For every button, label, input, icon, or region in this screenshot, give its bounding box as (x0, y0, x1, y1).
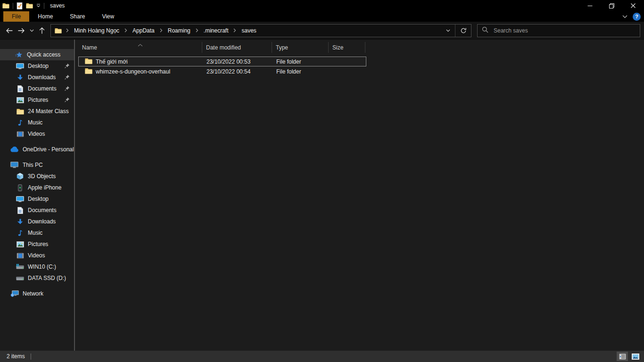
sidebar-item-pc-music[interactable]: Music (0, 227, 74, 239)
status-separator (31, 354, 31, 360)
sidebar-item-label: Pictures (28, 97, 48, 103)
sidebar-item-label: DATA SSD (D:) (28, 275, 66, 281)
table-row-the-gioi-moi[interactable]: Thế giới mới 23/10/2022 00:53 File folde… (78, 57, 366, 66)
music-note-icon (16, 119, 25, 126)
sidebar-item-label: Documents (28, 85, 57, 92)
sidebar-item-label: Music (28, 119, 42, 126)
breadcrumb-chevron-icon[interactable] (232, 25, 238, 37)
folder-icon (16, 108, 25, 115)
help-icon[interactable]: ? (633, 13, 641, 21)
column-header-date-modified[interactable]: Date modified (202, 42, 272, 53)
thumbnail-view-button[interactable] (630, 352, 641, 361)
close-button[interactable] (622, 0, 644, 11)
breadcrumb-chevron-icon[interactable] (65, 25, 70, 37)
app-folder-icon[interactable] (2, 3, 9, 8)
sidebar-item-pictures[interactable]: Pictures (0, 94, 74, 106)
new-folder-icon[interactable] (26, 3, 33, 8)
restore-icon (609, 3, 614, 8)
properties-icon[interactable] (17, 2, 23, 9)
breadcrumb-item-saves[interactable]: saves (238, 25, 260, 37)
sidebar-item-label: This PC (23, 162, 43, 168)
sidebar-item-pc-downloads[interactable]: Downloads (0, 216, 74, 227)
sidebar-item-onedrive[interactable]: OneDrive - Personal (0, 144, 74, 155)
sidebar-item-videos[interactable]: Videos (0, 128, 74, 140)
table-row-whimzee-s-dungeon-overhaul[interactable]: whimzee-s-dungeon-overhaul 23/10/2022 00… (78, 66, 366, 76)
address-bar[interactable]: Minh Hoàng Ngọc AppData Roaming .minecra… (50, 24, 471, 37)
customize-qat-chevron-icon[interactable] (36, 4, 41, 8)
sidebar-item-documents[interactable]: Documents (0, 83, 74, 94)
sidebar-item-network[interactable]: Network (0, 288, 74, 299)
up-button[interactable] (36, 25, 48, 37)
column-header-size[interactable]: Size (329, 42, 365, 53)
sidebar-item-win10-c[interactable]: WIN10 (C:) (0, 261, 74, 272)
sidebar-item-apple-iphone[interactable]: Apple iPhone (0, 182, 74, 193)
tab-home[interactable]: Home (29, 11, 61, 22)
folder-icon (85, 58, 92, 66)
sidebar-item-pc-videos[interactable]: Videos (0, 250, 74, 261)
cube-icon (16, 173, 25, 180)
breadcrumb-chevron-icon[interactable] (123, 25, 129, 37)
drive-icon (16, 276, 25, 281)
separator (13, 3, 13, 9)
refresh-icon (460, 27, 467, 34)
refresh-button[interactable] (455, 25, 471, 37)
navigation-pane: Quick access Desktop Downloads (0, 40, 74, 351)
sidebar-item-pc-documents[interactable]: Documents (0, 205, 74, 216)
breadcrumb-chevron-icon[interactable] (194, 25, 200, 37)
sidebar-item-pc-pictures[interactable]: Pictures (0, 239, 74, 250)
minimize-ribbon-chevron-icon[interactable] (622, 13, 627, 20)
download-arrow-icon (16, 219, 25, 225)
tab-share[interactable]: Share (61, 11, 93, 22)
sidebar-item-label: WIN10 (C:) (28, 263, 56, 270)
sidebar-item-label: Network (23, 290, 43, 297)
sidebar-item-downloads[interactable]: Downloads (0, 72, 74, 83)
sidebar-section-gap (0, 140, 74, 144)
breadcrumb-item-roaming[interactable]: Roaming (164, 25, 194, 37)
breadcrumb-item-minecraft[interactable]: .minecraft (200, 25, 232, 37)
search-box[interactable] (477, 24, 640, 37)
recent-locations-button[interactable] (27, 25, 36, 37)
search-input[interactable] (493, 27, 636, 34)
sidebar-item-label: Downloads (28, 74, 56, 81)
column-header-type[interactable]: Type (272, 42, 329, 53)
document-icon (16, 207, 25, 214)
back-button[interactable] (3, 25, 15, 37)
address-folder-icon (51, 28, 65, 33)
monitor-icon (16, 196, 25, 202)
name-cell: whimzee-s-dungeon-overhaul (79, 68, 203, 75)
sidebar-item-label: Pictures (28, 241, 48, 247)
minimize-button[interactable] (579, 0, 601, 11)
up-arrow-icon (39, 27, 45, 34)
details-view-button[interactable] (617, 352, 628, 361)
tab-view[interactable]: View (93, 11, 123, 22)
minimize-icon (587, 3, 593, 8)
chevron-down-icon (446, 29, 450, 32)
forward-button[interactable] (15, 25, 27, 37)
sidebar-item-24-master-class[interactable]: 24 Master Class (0, 106, 74, 117)
breadcrumb-chevron-icon[interactable] (158, 25, 164, 37)
sidebar-item-label: Downloads (28, 218, 56, 225)
address-dropdown-button[interactable] (441, 25, 455, 37)
document-icon (16, 85, 25, 92)
date-modified-cell: 23/10/2022 00:54 (203, 68, 272, 75)
sidebar-item-this-pc[interactable]: This PC (0, 159, 74, 171)
breadcrumb-item-appdata[interactable]: AppData (129, 25, 158, 37)
download-arrow-icon (16, 74, 25, 81)
content-area: Quick access Desktop Downloads (0, 40, 644, 351)
sidebar-item-data-ssd-d[interactable]: DATA SSD (D:) (0, 272, 74, 284)
sidebar-item-3d-objects[interactable]: 3D Objects (0, 171, 74, 182)
drive-windows-icon (16, 264, 25, 270)
sidebar-item-music[interactable]: Music (0, 117, 74, 128)
pin-icon (65, 74, 70, 81)
tab-file[interactable]: File (3, 11, 29, 22)
pin-icon (65, 86, 70, 92)
breadcrumb-item-user[interactable]: Minh Hoàng Ngọc (70, 25, 123, 37)
sidebar-item-quick-access[interactable]: Quick access (0, 49, 74, 60)
sidebar-item-pc-desktop[interactable]: Desktop (0, 193, 74, 205)
sidebar-item-desktop[interactable]: Desktop (0, 60, 74, 72)
back-arrow-icon (6, 28, 13, 33)
type-cell: File folder (272, 68, 329, 75)
sort-ascending-icon (138, 41, 143, 48)
restore-button[interactable] (601, 0, 622, 11)
picture-icon (16, 241, 25, 247)
